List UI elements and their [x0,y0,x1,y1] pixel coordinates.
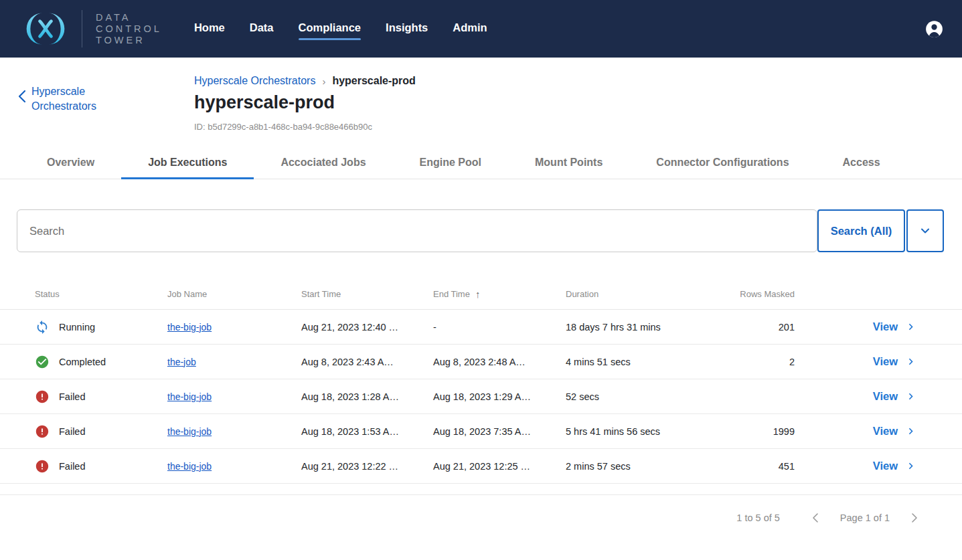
job-name-link[interactable]: the-big-job [167,391,212,402]
view-link-label: View [873,355,898,368]
pagination-page: Page 1 of 1 [840,512,890,523]
duration-cell: 2 mins 57 secs [566,461,706,472]
logo-divider [82,10,82,48]
column-header-status: Status [35,289,167,299]
pagination: 1 to 5 of 5 Page 1 of 1 [0,512,962,523]
status-label: Failed [59,391,86,402]
chevron-right-icon [904,355,917,368]
nav-item-label: Insights [386,21,428,33]
breadcrumb: Hyperscale Orchestrators › hyperscale-pr… [194,75,962,87]
tab[interactable]: Job Executions [121,148,254,179]
rows-masked-cell: 201 [706,322,795,333]
page-title: hyperscale-prod [194,92,962,113]
nav-item-label: Admin [453,21,487,33]
tab-label: Engine Pool [420,157,481,168]
duration-cell: 4 mins 51 secs [566,357,706,367]
page-header: Hyperscale Orchestrators Hyperscale Orch… [0,58,962,132]
nav-item[interactable]: Admin [453,17,487,40]
chevron-right-icon [904,320,917,333]
view-link[interactable]: View [795,460,917,472]
status-label: Completed [59,357,106,367]
page-id: ID: b5d7299c-a8b1-468c-ba94-9c88e466b90c [194,122,962,132]
view-link-label: View [873,320,898,333]
table-row: Failed the-big-job Aug 21, 2023 12:22 … … [0,449,962,484]
previous-page-icon[interactable] [811,512,820,523]
error-circle-icon [35,459,50,474]
nav-item-label: Compliance [299,21,362,33]
start-time-cell: Aug 8, 2023 2:43 A… [301,357,433,367]
tab-label: Access [843,157,880,168]
end-time-cell: - [433,322,566,333]
tab-label: Accociated Jobs [280,157,366,168]
pagination-range: 1 to 5 of 5 [736,512,780,523]
chevron-right-icon [904,425,917,438]
job-table-body: Running the-big-job Aug 21, 2023 12:40 …… [0,310,962,484]
status-cell: Failed [35,459,167,474]
next-page-icon[interactable] [910,512,919,523]
search-all-button[interactable]: Search (All) [817,209,905,252]
rows-masked-cell: 1999 [706,426,795,437]
chevron-right-icon [904,390,917,403]
tab[interactable]: Overview [20,148,121,179]
table-row: Failed the-big-job Aug 18, 2023 1:28 A… … [0,379,962,414]
view-link[interactable]: View [795,320,917,333]
main-nav: Home Data Compliance Insights Admin [194,17,487,40]
tab-label: Mount Points [535,157,603,168]
table-row: Completed the-job Aug 8, 2023 2:43 A… Au… [0,345,962,379]
tab[interactable]: Access [816,148,907,179]
duration-cell: 5 hrs 41 mins 56 secs [566,426,706,437]
job-name-link[interactable]: the-big-job [167,322,212,333]
view-link[interactable]: View [795,425,917,438]
error-circle-icon [35,424,50,439]
search-section: Search (All) [17,209,944,252]
start-time-cell: Aug 18, 2023 1:28 A… [301,391,433,402]
brand-name: DATA CONTROL TOWER [96,12,162,46]
back-link[interactable]: Hyperscale Orchestrators [17,84,110,114]
breadcrumb-parent-link[interactable]: Hyperscale Orchestrators [194,75,315,87]
status-cell: Running [35,320,167,335]
status-cell: Failed [35,389,167,404]
user-avatar-icon[interactable] [925,20,943,38]
status-cell: Failed [35,424,167,439]
job-name-link[interactable]: the-big-job [167,426,212,437]
view-link-label: View [873,460,898,472]
back-link-label: Hyperscale Orchestrators [31,84,110,114]
top-navbar: DATA CONTROL TOWER Home Data Compliance … [0,0,962,58]
status-label: Running [59,322,95,333]
tab-label: Overview [47,157,94,168]
view-link-label: View [873,425,898,438]
start-time-cell: Aug 21, 2023 12:22 … [301,461,433,472]
tab-bar: Overview Job Executions Accociated Jobs … [0,148,962,179]
nav-item[interactable]: Home [194,17,225,40]
sync-running-icon [35,320,50,335]
table-header-row: Status Job Name Start Time End Time ↑ Du… [0,279,962,310]
tab[interactable]: Engine Pool [393,148,508,179]
nav-item[interactable]: Compliance [299,17,362,40]
status-label: Failed [59,461,86,472]
column-header-duration: Duration [566,289,706,299]
rows-masked-cell: 451 [706,461,795,472]
job-name-link[interactable]: the-job [167,357,196,367]
job-name-link[interactable]: the-big-job [167,461,212,472]
start-time-cell: Aug 18, 2023 1:53 A… [301,426,433,437]
sort-ascending-icon[interactable]: ↑ [475,288,481,300]
duration-cell: 18 days 7 hrs 31 mins [566,322,706,333]
nav-item[interactable]: Data [250,17,274,40]
tab[interactable]: Connector Configurations [629,148,815,179]
delphix-infinity-icon [23,11,68,47]
end-time-cell: Aug 8, 2023 2:48 A… [433,357,566,367]
search-scope-dropdown-button[interactable] [906,209,944,252]
view-link[interactable]: View [795,390,917,403]
job-executions-table: Status Job Name Start Time End Time ↑ Du… [0,279,962,495]
tab-label: Job Executions [148,157,227,168]
nav-item-label: Data [250,21,274,33]
brand-logo[interactable]: DATA CONTROL TOWER [23,10,162,48]
search-input[interactable] [17,209,817,252]
tab[interactable]: Mount Points [508,148,629,179]
view-link[interactable]: View [795,355,917,368]
end-time-cell: Aug 21, 2023 12:25 … [433,461,566,472]
tab[interactable]: Accociated Jobs [254,148,392,179]
nav-item[interactable]: Insights [386,17,428,40]
end-time-cell: Aug 18, 2023 7:35 A… [433,426,566,437]
check-circle-icon [35,355,50,369]
